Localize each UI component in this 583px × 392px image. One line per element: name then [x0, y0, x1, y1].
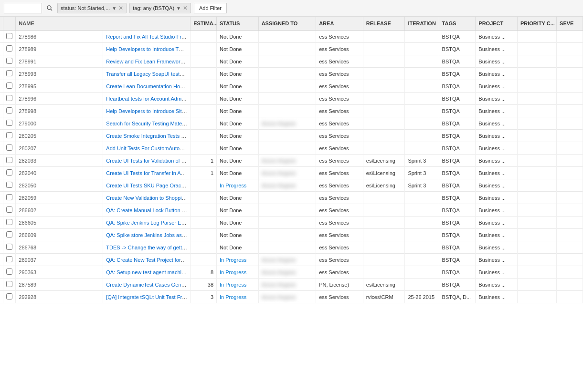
- row-checkbox-cell[interactable]: [3, 266, 16, 279]
- row-name[interactable]: Create Lean Documentation How To Create/…: [103, 80, 191, 93]
- row-name[interactable]: Create UI Tests for Transfer in Admin Si…: [103, 167, 191, 179]
- row-assigned-to: [258, 241, 316, 254]
- col-header-assigned[interactable]: ASSIGNED TO: [258, 17, 316, 31]
- row-name[interactable]: Search for Security Testing Materials/Bo…: [103, 117, 191, 130]
- row-checkbox[interactable]: [6, 219, 12, 225]
- row-checkbox[interactable]: [6, 281, 12, 287]
- row-checkbox[interactable]: [6, 169, 12, 175]
- row-checkbox[interactable]: [6, 83, 12, 89]
- row-checkbox-cell[interactable]: [3, 229, 16, 241]
- row-checkbox[interactable]: [6, 58, 12, 64]
- row-checkbox[interactable]: [6, 244, 12, 250]
- row-name[interactable]: Create Smoke Integration Tests for TDES: [103, 130, 191, 142]
- col-header-priority[interactable]: PRIORITY C...: [517, 17, 556, 31]
- row-project: Business ...: [476, 167, 518, 179]
- row-checkbox-cell[interactable]: [3, 291, 16, 303]
- row-checkbox[interactable]: [6, 95, 12, 101]
- row-checkbox-cell[interactable]: [3, 117, 16, 130]
- row-name[interactable]: Add Unit Tests For CustomAutoMapper: [103, 142, 191, 155]
- row-name[interactable]: QA: Create New Test Project for Monitori…: [103, 254, 191, 266]
- row-area: ess Services: [316, 192, 363, 204]
- row-checkbox[interactable]: [6, 268, 12, 275]
- row-severity: [557, 105, 583, 117]
- row-checkbox[interactable]: [6, 107, 12, 113]
- row-name[interactable]: Transfer all Legacy SoapUI tests in WSTe…: [103, 68, 191, 80]
- table-row: 278998Help Developers to Introduce Site …: [0, 105, 583, 117]
- row-name[interactable]: Review and Fix Lean Framework Documentat…: [103, 55, 191, 68]
- row-name[interactable]: TDES -> Change the way of getting automa…: [103, 241, 191, 254]
- row-name[interactable]: QA: Create Manual Lock Button For Differ…: [103, 204, 191, 217]
- row-checkbox[interactable]: [6, 120, 12, 126]
- row-checkbox[interactable]: [6, 70, 12, 76]
- row-status: Not Done: [217, 192, 259, 204]
- row-checkbox[interactable]: [6, 45, 12, 52]
- row-name[interactable]: Help Developers to Introduce Site Monito…: [103, 105, 191, 117]
- row-name[interactable]: Create UI Tests for Validation of Deleti…: [103, 155, 191, 167]
- row-checkbox-cell[interactable]: [3, 105, 16, 117]
- filter-chip-status[interactable]: status: Not Started,... ▼ ✕: [57, 3, 127, 13]
- row-checkbox-cell[interactable]: [3, 80, 16, 93]
- row-checkbox-cell[interactable]: [3, 55, 16, 68]
- row-name[interactable]: Heartbeat tests for Account Admin sites …: [103, 93, 191, 105]
- row-priority: [517, 55, 556, 68]
- row-name[interactable]: QA: Spike Jenkins Log Parser Errors Warn…: [103, 217, 191, 229]
- row-status: Not Done: [217, 142, 259, 155]
- row-checkbox-cell[interactable]: [3, 130, 16, 142]
- filter-chip-status-remove[interactable]: ✕: [118, 5, 123, 11]
- row-name[interactable]: QA: Setup new test agent machines for UI…: [103, 266, 191, 279]
- row-checkbox-cell[interactable]: [3, 279, 16, 291]
- row-area: ess Services: [316, 55, 363, 68]
- row-name[interactable]: Create DynamicTest Cases Generation Syst…: [103, 279, 191, 291]
- row-checkbox-cell[interactable]: [3, 204, 16, 217]
- search-icon[interactable]: [45, 3, 54, 13]
- col-header-estima[interactable]: ESTIMA...: [191, 17, 217, 31]
- row-name[interactable]: QA: Spike store Jenkins Jobs as Code: [103, 229, 191, 241]
- row-name[interactable]: Create UI Tests SKU Page Oracle Codes: [103, 179, 191, 192]
- filter-chip-tag-remove[interactable]: ✕: [183, 5, 188, 11]
- row-checkbox-cell[interactable]: [3, 31, 16, 43]
- col-header-tags[interactable]: TAGS: [439, 17, 476, 31]
- filter-chip-tag[interactable]: tag: any (BSTQA) ▼ ✕: [129, 3, 191, 13]
- row-checkbox-cell[interactable]: [3, 43, 16, 55]
- row-checkbox[interactable]: [6, 194, 12, 200]
- row-checkbox[interactable]: [6, 157, 12, 163]
- row-checkbox[interactable]: [6, 231, 12, 237]
- row-checkbox-cell[interactable]: [3, 155, 16, 167]
- col-header-iteration[interactable]: ITERATION: [405, 17, 439, 31]
- row-tags: BSTQA: [439, 204, 476, 217]
- row-iteration: [405, 105, 439, 117]
- row-checkbox-cell[interactable]: [3, 167, 16, 179]
- add-filter-button[interactable]: Add Filter: [194, 3, 227, 13]
- row-checkbox-cell[interactable]: [3, 241, 16, 254]
- row-checkbox[interactable]: [6, 293, 12, 299]
- row-checkbox[interactable]: [6, 33, 12, 39]
- row-checkbox[interactable]: [6, 256, 12, 262]
- col-header-status[interactable]: STATUS: [217, 17, 259, 31]
- row-checkbox-cell[interactable]: [3, 93, 16, 105]
- row-name[interactable]: [QA] Integrate tSQLt Unit Test Framework…: [103, 291, 191, 303]
- col-header-seve[interactable]: SEVE: [557, 17, 583, 31]
- row-checkbox-cell[interactable]: [3, 179, 16, 192]
- col-header-area[interactable]: AREA: [316, 17, 363, 31]
- row-name[interactable]: Create New Validation to Shopping Cart T…: [103, 192, 191, 204]
- row-checkbox-cell[interactable]: [3, 192, 16, 204]
- row-checkbox-cell[interactable]: [3, 68, 16, 80]
- row-checkbox-cell[interactable]: [3, 254, 16, 266]
- col-header-name[interactable]: NAME: [16, 17, 191, 31]
- col-header-project[interactable]: PROJECT: [476, 17, 518, 31]
- col-header-release[interactable]: RELEASE: [363, 17, 405, 31]
- row-severity: [557, 142, 583, 155]
- row-checkbox-cell[interactable]: [3, 142, 16, 155]
- row-checkbox[interactable]: [6, 132, 12, 138]
- row-checkbox[interactable]: [6, 206, 12, 213]
- row-checkbox-cell[interactable]: [3, 217, 16, 229]
- row-checkbox[interactable]: [6, 182, 12, 188]
- row-assigned-to: [258, 31, 316, 43]
- search-input[interactable]: [4, 3, 42, 13]
- row-name[interactable]: Help Developers to Introduce TEST Enviro…: [103, 43, 191, 55]
- row-name[interactable]: Report and Fix All Test Studio Framework…: [103, 31, 191, 43]
- work-items-table-container: NAME ESTIMA... STATUS ASSIGNED TO AREA R…: [0, 17, 583, 389]
- row-release: [363, 117, 405, 130]
- row-estimate: [191, 229, 217, 241]
- row-checkbox[interactable]: [6, 144, 12, 151]
